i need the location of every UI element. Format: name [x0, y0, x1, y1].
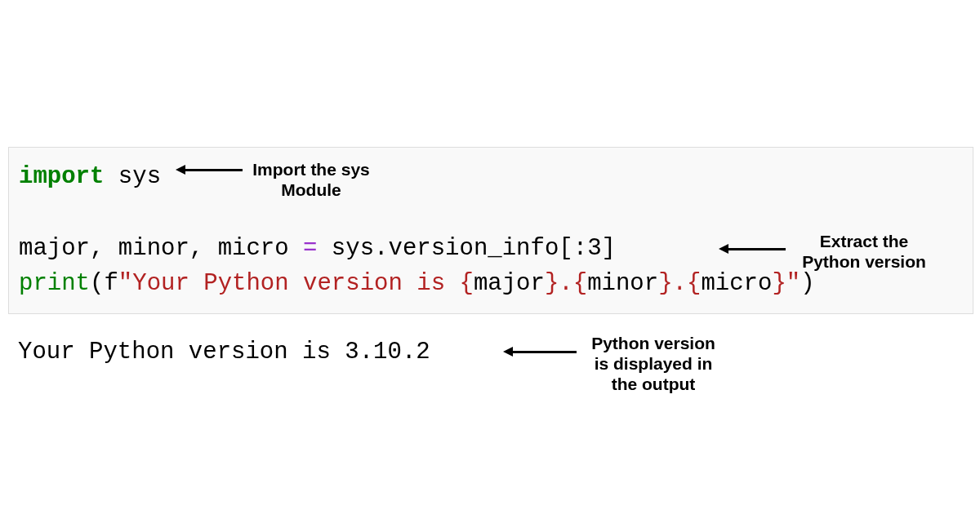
code-line-1: import sys	[19, 159, 963, 195]
code-text: major, minor, micro	[19, 235, 303, 262]
fn-print: print	[19, 270, 90, 297]
blank-line	[19, 195, 963, 231]
fstring-brace: {	[687, 270, 701, 297]
string-text: Your Python version is	[132, 270, 459, 297]
output-line: Your Python version is 3.10.2	[18, 339, 430, 366]
annotation-text: Extract the	[791, 231, 938, 251]
fstring-brace: }	[772, 270, 786, 297]
code-text: sys.version_info[	[317, 235, 572, 262]
fstring-brace: {	[460, 270, 474, 297]
annotation-text: Module	[242, 179, 381, 200]
annotation-text: Python version	[791, 251, 938, 272]
fstring-var: minor	[587, 270, 658, 297]
operator-colon: :	[573, 235, 587, 262]
operator-equals: =	[303, 235, 317, 262]
string-text: .	[559, 270, 572, 297]
string-quote: "	[118, 270, 132, 297]
fstring-brace: }	[545, 270, 559, 297]
fstring-var: major	[474, 270, 545, 297]
annotation-text: Python version	[580, 333, 727, 353]
code-text: 3]	[587, 235, 616, 262]
string-quote: "	[786, 270, 800, 297]
annotation-1: Import the sys Module	[242, 159, 381, 200]
annotation-3: Python version is displayed in the outpu…	[580, 333, 727, 395]
fstring-brace: {	[573, 270, 587, 297]
string-text: .	[673, 270, 687, 297]
code-text: )	[800, 270, 814, 297]
fstring-brace: }	[658, 270, 672, 297]
annotation-2: Extract the Python version	[791, 231, 938, 272]
annotation-text: the output	[580, 374, 727, 394]
fstring-var: micro	[701, 270, 772, 297]
code-text: sys	[104, 163, 161, 190]
keyword-import: import	[19, 163, 104, 190]
code-text: (f	[90, 270, 118, 297]
annotation-text: Import the sys	[242, 159, 381, 179]
annotation-text: is displayed in	[580, 353, 727, 374]
